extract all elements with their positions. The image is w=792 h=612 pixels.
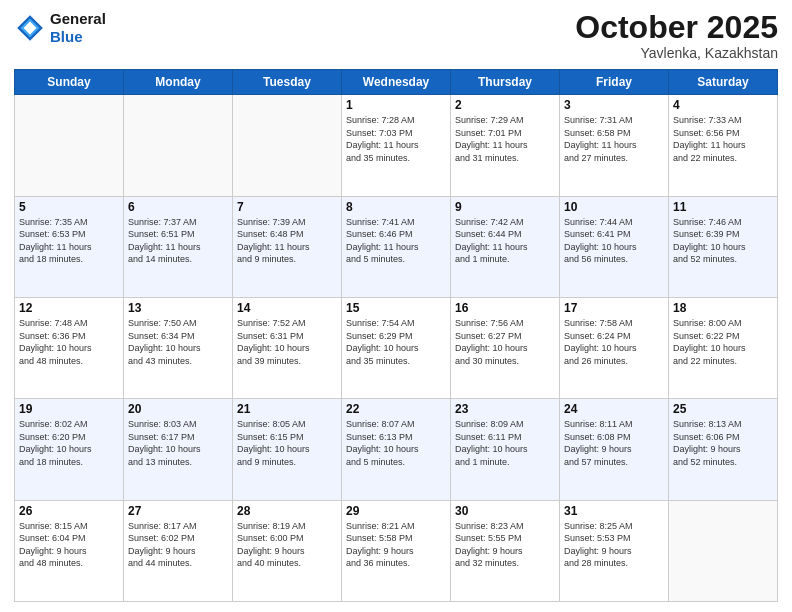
calendar-cell: 7Sunrise: 7:39 AM Sunset: 6:48 PM Daylig… — [233, 196, 342, 297]
calendar-cell — [233, 95, 342, 196]
calendar-week-row: 19Sunrise: 8:02 AM Sunset: 6:20 PM Dayli… — [15, 399, 778, 500]
day-detail: Sunrise: 8:25 AM Sunset: 5:53 PM Dayligh… — [564, 520, 664, 570]
day-detail: Sunrise: 7:37 AM Sunset: 6:51 PM Dayligh… — [128, 216, 228, 266]
calendar-cell: 4Sunrise: 7:33 AM Sunset: 6:56 PM Daylig… — [669, 95, 778, 196]
calendar-cell: 25Sunrise: 8:13 AM Sunset: 6:06 PM Dayli… — [669, 399, 778, 500]
calendar-cell: 29Sunrise: 8:21 AM Sunset: 5:58 PM Dayli… — [342, 500, 451, 601]
day-detail: Sunrise: 8:15 AM Sunset: 6:04 PM Dayligh… — [19, 520, 119, 570]
day-detail: Sunrise: 7:58 AM Sunset: 6:24 PM Dayligh… — [564, 317, 664, 367]
day-number: 4 — [673, 98, 773, 112]
day-number: 24 — [564, 402, 664, 416]
page-container: General Blue October 2025 Yavlenka, Kaza… — [0, 0, 792, 612]
calendar-cell: 9Sunrise: 7:42 AM Sunset: 6:44 PM Daylig… — [451, 196, 560, 297]
calendar-cell: 5Sunrise: 7:35 AM Sunset: 6:53 PM Daylig… — [15, 196, 124, 297]
day-detail: Sunrise: 8:05 AM Sunset: 6:15 PM Dayligh… — [237, 418, 337, 468]
calendar-cell: 31Sunrise: 8:25 AM Sunset: 5:53 PM Dayli… — [560, 500, 669, 601]
calendar-cell: 28Sunrise: 8:19 AM Sunset: 6:00 PM Dayli… — [233, 500, 342, 601]
calendar-week-row: 26Sunrise: 8:15 AM Sunset: 6:04 PM Dayli… — [15, 500, 778, 601]
calendar-cell: 13Sunrise: 7:50 AM Sunset: 6:34 PM Dayli… — [124, 297, 233, 398]
day-of-week-header: Monday — [124, 70, 233, 95]
day-number: 27 — [128, 504, 228, 518]
day-detail: Sunrise: 7:54 AM Sunset: 6:29 PM Dayligh… — [346, 317, 446, 367]
calendar-cell — [669, 500, 778, 601]
day-number: 30 — [455, 504, 555, 518]
day-number: 6 — [128, 200, 228, 214]
day-number: 8 — [346, 200, 446, 214]
calendar-cell: 16Sunrise: 7:56 AM Sunset: 6:27 PM Dayli… — [451, 297, 560, 398]
day-number: 1 — [346, 98, 446, 112]
day-detail: Sunrise: 8:23 AM Sunset: 5:55 PM Dayligh… — [455, 520, 555, 570]
day-number: 5 — [19, 200, 119, 214]
day-number: 3 — [564, 98, 664, 112]
day-number: 14 — [237, 301, 337, 315]
logo-icon — [14, 12, 46, 44]
day-detail: Sunrise: 8:03 AM Sunset: 6:17 PM Dayligh… — [128, 418, 228, 468]
calendar-cell: 27Sunrise: 8:17 AM Sunset: 6:02 PM Dayli… — [124, 500, 233, 601]
day-detail: Sunrise: 8:19 AM Sunset: 6:00 PM Dayligh… — [237, 520, 337, 570]
calendar-cell: 3Sunrise: 7:31 AM Sunset: 6:58 PM Daylig… — [560, 95, 669, 196]
day-detail: Sunrise: 8:09 AM Sunset: 6:11 PM Dayligh… — [455, 418, 555, 468]
calendar-cell: 24Sunrise: 8:11 AM Sunset: 6:08 PM Dayli… — [560, 399, 669, 500]
calendar-cell: 19Sunrise: 8:02 AM Sunset: 6:20 PM Dayli… — [15, 399, 124, 500]
calendar-table: SundayMondayTuesdayWednesdayThursdayFrid… — [14, 69, 778, 602]
day-detail: Sunrise: 8:00 AM Sunset: 6:22 PM Dayligh… — [673, 317, 773, 367]
day-detail: Sunrise: 7:46 AM Sunset: 6:39 PM Dayligh… — [673, 216, 773, 266]
day-detail: Sunrise: 8:07 AM Sunset: 6:13 PM Dayligh… — [346, 418, 446, 468]
day-number: 7 — [237, 200, 337, 214]
day-number: 26 — [19, 504, 119, 518]
calendar-week-row: 1Sunrise: 7:28 AM Sunset: 7:03 PM Daylig… — [15, 95, 778, 196]
calendar-week-row: 12Sunrise: 7:48 AM Sunset: 6:36 PM Dayli… — [15, 297, 778, 398]
calendar-cell: 12Sunrise: 7:48 AM Sunset: 6:36 PM Dayli… — [15, 297, 124, 398]
day-detail: Sunrise: 7:52 AM Sunset: 6:31 PM Dayligh… — [237, 317, 337, 367]
calendar-cell: 11Sunrise: 7:46 AM Sunset: 6:39 PM Dayli… — [669, 196, 778, 297]
logo: General Blue — [14, 10, 106, 46]
calendar-cell: 2Sunrise: 7:29 AM Sunset: 7:01 PM Daylig… — [451, 95, 560, 196]
day-number: 21 — [237, 402, 337, 416]
day-detail: Sunrise: 7:31 AM Sunset: 6:58 PM Dayligh… — [564, 114, 664, 164]
day-number: 18 — [673, 301, 773, 315]
calendar-cell: 23Sunrise: 8:09 AM Sunset: 6:11 PM Dayli… — [451, 399, 560, 500]
calendar-cell: 30Sunrise: 8:23 AM Sunset: 5:55 PM Dayli… — [451, 500, 560, 601]
day-number: 22 — [346, 402, 446, 416]
calendar-header-row: SundayMondayTuesdayWednesdayThursdayFrid… — [15, 70, 778, 95]
day-of-week-header: Friday — [560, 70, 669, 95]
day-number: 31 — [564, 504, 664, 518]
day-detail: Sunrise: 7:56 AM Sunset: 6:27 PM Dayligh… — [455, 317, 555, 367]
day-of-week-header: Thursday — [451, 70, 560, 95]
day-of-week-header: Sunday — [15, 70, 124, 95]
day-detail: Sunrise: 7:29 AM Sunset: 7:01 PM Dayligh… — [455, 114, 555, 164]
day-detail: Sunrise: 8:13 AM Sunset: 6:06 PM Dayligh… — [673, 418, 773, 468]
day-number: 2 — [455, 98, 555, 112]
day-detail: Sunrise: 7:41 AM Sunset: 6:46 PM Dayligh… — [346, 216, 446, 266]
calendar-cell: 22Sunrise: 8:07 AM Sunset: 6:13 PM Dayli… — [342, 399, 451, 500]
day-detail: Sunrise: 8:02 AM Sunset: 6:20 PM Dayligh… — [19, 418, 119, 468]
calendar-cell: 8Sunrise: 7:41 AM Sunset: 6:46 PM Daylig… — [342, 196, 451, 297]
calendar-cell — [124, 95, 233, 196]
calendar-cell: 21Sunrise: 8:05 AM Sunset: 6:15 PM Dayli… — [233, 399, 342, 500]
day-number: 25 — [673, 402, 773, 416]
header: General Blue October 2025 Yavlenka, Kaza… — [14, 10, 778, 61]
day-detail: Sunrise: 7:44 AM Sunset: 6:41 PM Dayligh… — [564, 216, 664, 266]
calendar-cell: 10Sunrise: 7:44 AM Sunset: 6:41 PM Dayli… — [560, 196, 669, 297]
day-number: 16 — [455, 301, 555, 315]
day-number: 29 — [346, 504, 446, 518]
month-title: October 2025 — [575, 10, 778, 45]
calendar-cell: 20Sunrise: 8:03 AM Sunset: 6:17 PM Dayli… — [124, 399, 233, 500]
calendar-cell: 26Sunrise: 8:15 AM Sunset: 6:04 PM Dayli… — [15, 500, 124, 601]
calendar-cell: 1Sunrise: 7:28 AM Sunset: 7:03 PM Daylig… — [342, 95, 451, 196]
day-of-week-header: Wednesday — [342, 70, 451, 95]
calendar-cell: 14Sunrise: 7:52 AM Sunset: 6:31 PM Dayli… — [233, 297, 342, 398]
day-number: 11 — [673, 200, 773, 214]
day-detail: Sunrise: 7:48 AM Sunset: 6:36 PM Dayligh… — [19, 317, 119, 367]
day-number: 23 — [455, 402, 555, 416]
day-number: 20 — [128, 402, 228, 416]
day-detail: Sunrise: 7:33 AM Sunset: 6:56 PM Dayligh… — [673, 114, 773, 164]
day-detail: Sunrise: 8:21 AM Sunset: 5:58 PM Dayligh… — [346, 520, 446, 570]
day-detail: Sunrise: 7:42 AM Sunset: 6:44 PM Dayligh… — [455, 216, 555, 266]
location: Yavlenka, Kazakhstan — [575, 45, 778, 61]
calendar-cell: 18Sunrise: 8:00 AM Sunset: 6:22 PM Dayli… — [669, 297, 778, 398]
calendar-cell — [15, 95, 124, 196]
calendar-cell: 15Sunrise: 7:54 AM Sunset: 6:29 PM Dayli… — [342, 297, 451, 398]
day-number: 13 — [128, 301, 228, 315]
day-of-week-header: Saturday — [669, 70, 778, 95]
